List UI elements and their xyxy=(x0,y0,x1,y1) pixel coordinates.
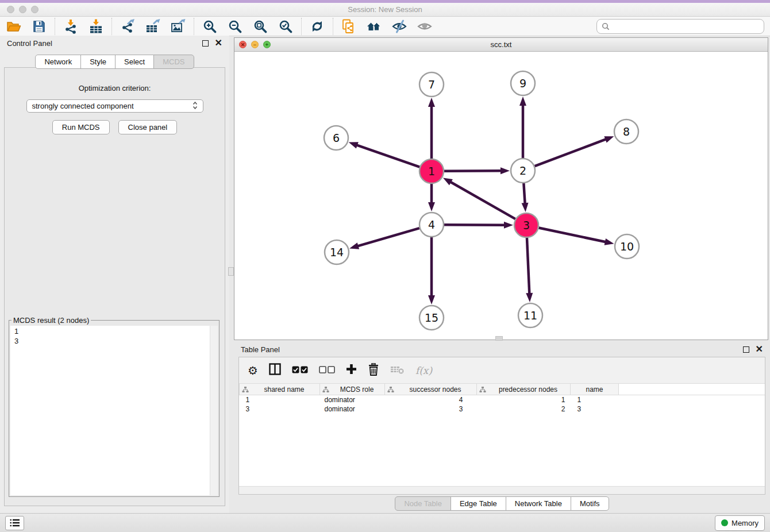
table-cell[interactable]: 1 xyxy=(477,395,571,405)
float-table-panel-icon[interactable] xyxy=(743,346,749,353)
table-horizontal-scrollbar[interactable] xyxy=(239,486,765,494)
export-network-icon[interactable] xyxy=(120,18,136,34)
first-neighbors-icon[interactable] xyxy=(366,18,382,34)
import-network-icon[interactable] xyxy=(63,18,79,34)
edge-2-3[interactable] xyxy=(523,183,525,205)
table-cell[interactable]: 4 xyxy=(385,395,477,405)
deselect-all-icon[interactable] xyxy=(319,365,335,376)
edge-arrowhead-icon xyxy=(500,167,510,174)
close-window-icon[interactable] xyxy=(7,6,14,13)
tab-node-table[interactable]: Node Table xyxy=(395,496,451,511)
vertical-splitter-handle[interactable] xyxy=(228,267,234,276)
edge-arrowhead-icon xyxy=(428,295,435,304)
edge-1-6[interactable] xyxy=(356,145,419,167)
close-table-panel-icon[interactable]: ✕ xyxy=(756,346,763,353)
save-session-icon[interactable] xyxy=(31,18,47,34)
table-panel: Table Panel ✕ ⚙ f(x) shared xyxy=(234,342,770,511)
table-cell[interactable]: 2 xyxy=(477,404,571,414)
tab-edge-table[interactable]: Edge Table xyxy=(451,496,506,511)
edge-arrowhead-icon xyxy=(526,293,533,302)
apply-layout-icon[interactable] xyxy=(309,18,325,34)
network-graph: 7968124314101511 xyxy=(234,51,768,340)
zoom-fit-icon[interactable] xyxy=(252,18,268,34)
close-panel-icon[interactable]: ✕ xyxy=(215,40,222,47)
edge-3-10[interactable] xyxy=(539,228,607,242)
import-table-icon[interactable] xyxy=(88,18,104,34)
column-header-shared-name[interactable]: shared name xyxy=(240,384,320,395)
table-cell[interactable]: 1 xyxy=(240,395,320,405)
column-header-predecessor-nodes[interactable]: predecessor nodes xyxy=(477,384,571,395)
mcds-result-group: MCDS result (2 nodes) 1 3 xyxy=(9,316,220,497)
table-row[interactable]: 1dominator411 xyxy=(240,395,765,405)
column-header-mcds-role[interactable]: MCDS role xyxy=(320,384,385,395)
column-header-name[interactable]: name xyxy=(571,384,619,395)
tab-network-table[interactable]: Network Table xyxy=(506,496,571,511)
search-input[interactable] xyxy=(613,21,759,31)
export-table-icon[interactable] xyxy=(145,18,161,34)
edge-3-11[interactable] xyxy=(527,238,529,295)
table-header-row: shared name MCDS role successor nodes pr… xyxy=(240,384,765,395)
column-header-filler xyxy=(619,384,765,395)
node-label: 3 xyxy=(523,219,530,232)
minimize-window-icon[interactable] xyxy=(19,6,26,13)
tab-network[interactable]: Network xyxy=(35,55,81,69)
settings-gear-icon[interactable]: ⚙ xyxy=(248,365,258,376)
table-cell[interactable]: 1 xyxy=(571,395,619,405)
edge-4-14[interactable] xyxy=(357,228,419,246)
mcds-result-view[interactable]: 1 3 xyxy=(10,326,218,495)
table-cell[interactable]: 3 xyxy=(385,404,477,414)
table-cell[interactable]: 3 xyxy=(240,404,320,414)
node-label: 14 xyxy=(330,246,344,259)
network-window-titlebar[interactable]: ✕ − + scc.txt xyxy=(234,38,768,52)
float-panel-icon[interactable] xyxy=(202,40,209,47)
horizontal-splitter-handle[interactable] xyxy=(495,336,503,341)
tab-mcds[interactable]: MCDS xyxy=(153,55,194,69)
network-from-selection-icon[interactable] xyxy=(341,18,357,34)
tab-select[interactable]: Select xyxy=(115,55,154,69)
run-mcds-button[interactable]: Run MCDS xyxy=(52,120,110,134)
network-window-title: scc.txt xyxy=(234,40,768,49)
export-image-icon[interactable] xyxy=(170,18,186,34)
memory-button[interactable]: Memory xyxy=(715,515,765,531)
table-cell[interactable]: dominator xyxy=(320,404,385,414)
add-row-icon[interactable] xyxy=(346,364,357,377)
table-row[interactable]: 3dominator323 xyxy=(240,404,765,414)
zoom-selected-icon[interactable] xyxy=(278,18,294,34)
node-label: 15 xyxy=(425,311,438,324)
tab-style[interactable]: Style xyxy=(80,55,116,69)
tab-motifs[interactable]: Motifs xyxy=(571,496,609,511)
close-panel-button[interactable]: Close panel xyxy=(118,120,178,134)
edge-arrowhead-icon xyxy=(349,142,359,148)
network-canvas[interactable]: 7968124314101511 xyxy=(234,51,768,340)
attribute-tree-icon xyxy=(387,386,394,393)
titlebar: Session: New Session xyxy=(0,3,770,17)
maximize-window-icon[interactable] xyxy=(31,6,38,13)
open-folder-icon[interactable] xyxy=(6,18,22,34)
window-title: Session: New Session xyxy=(0,5,770,14)
edge-arrowhead-icon xyxy=(605,238,614,245)
zoom-out-icon[interactable] xyxy=(227,18,243,34)
edge-arrowhead-icon xyxy=(522,203,529,212)
search-field[interactable] xyxy=(596,19,764,34)
node-label: 11 xyxy=(523,309,537,322)
node-table-container: ⚙ f(x) shared name MCDS role successor n… xyxy=(238,357,765,495)
task-history-button[interactable] xyxy=(5,516,24,530)
node-label: 8 xyxy=(623,125,630,138)
edge-4-3[interactable] xyxy=(444,225,506,225)
edge-1-2[interactable] xyxy=(444,171,502,171)
table-cell[interactable]: 3 xyxy=(571,404,619,414)
column-header-successor-nodes[interactable]: successor nodes xyxy=(385,384,477,395)
result-scrollbar[interactable] xyxy=(210,326,218,495)
table-cell[interactable]: dominator xyxy=(320,395,385,405)
delete-table-icon xyxy=(390,364,405,377)
edge-2-8[interactable] xyxy=(535,139,607,167)
application-window: Session: New Session xyxy=(0,0,770,532)
zoom-in-icon[interactable] xyxy=(202,18,218,34)
delete-row-icon[interactable] xyxy=(368,363,379,378)
toolbar-separator xyxy=(301,18,302,35)
hide-graphics-details-icon[interactable] xyxy=(391,18,407,34)
criterion-dropdown[interactable]: strongly connected component xyxy=(26,99,203,113)
edge-3-1[interactable] xyxy=(449,182,515,219)
select-all-icon[interactable] xyxy=(292,365,308,376)
show-column-icon[interactable] xyxy=(269,363,281,377)
